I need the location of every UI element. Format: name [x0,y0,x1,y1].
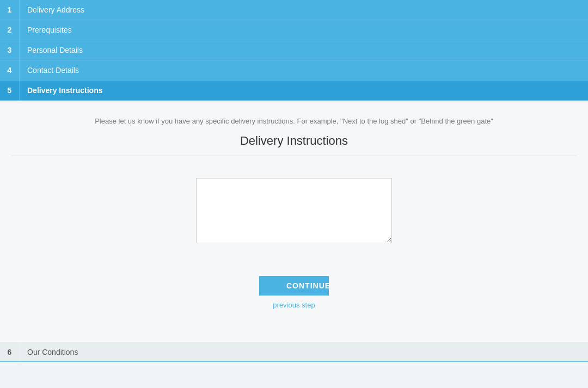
step-item-3[interactable]: 3Personal Details [0,40,588,60]
delivery-instructions-textarea[interactable] [196,178,392,243]
step-label-5: Delivery Instructions [20,86,103,95]
main-content: Please let us know if you have any speci… [0,101,588,342]
step-item-2[interactable]: 2Prerequisites [0,20,588,40]
step-item-5[interactable]: 5Delivery Instructions [0,81,588,101]
step-number-1: 1 [0,0,20,20]
step-item-4[interactable]: 4Contact Details [0,60,588,81]
step-label-1: Delivery Address [20,5,84,14]
form-area [11,167,577,260]
continue-button[interactable]: CONTINUE [259,276,329,295]
step-number-6: 6 [0,342,20,362]
step-label-2: Prerequisites [20,26,72,34]
step-number-4: 4 [0,60,20,81]
step-label-3: Personal Details [20,46,83,54]
step-label-6: Our Conditions [20,348,78,356]
step-item-1[interactable]: 1Delivery Address [0,0,588,20]
step-label-4: Contact Details [20,66,79,75]
step-number-3: 3 [0,40,20,60]
step-number-2: 2 [0,20,20,40]
section-title: Delivery Instructions [240,134,348,148]
button-section: CONTINUE previous step [259,276,329,331]
step-number-5: 5 [0,81,20,101]
bottom-step-list: 6Our Conditions [0,342,588,362]
instruction-text: Please let us know if you have any speci… [95,117,493,125]
step-list: 1Delivery Address2Prerequisites3Personal… [0,0,588,101]
step-item-6[interactable]: 6Our Conditions [0,342,588,362]
previous-step-link[interactable]: previous step [273,301,315,309]
divider [11,156,577,156]
